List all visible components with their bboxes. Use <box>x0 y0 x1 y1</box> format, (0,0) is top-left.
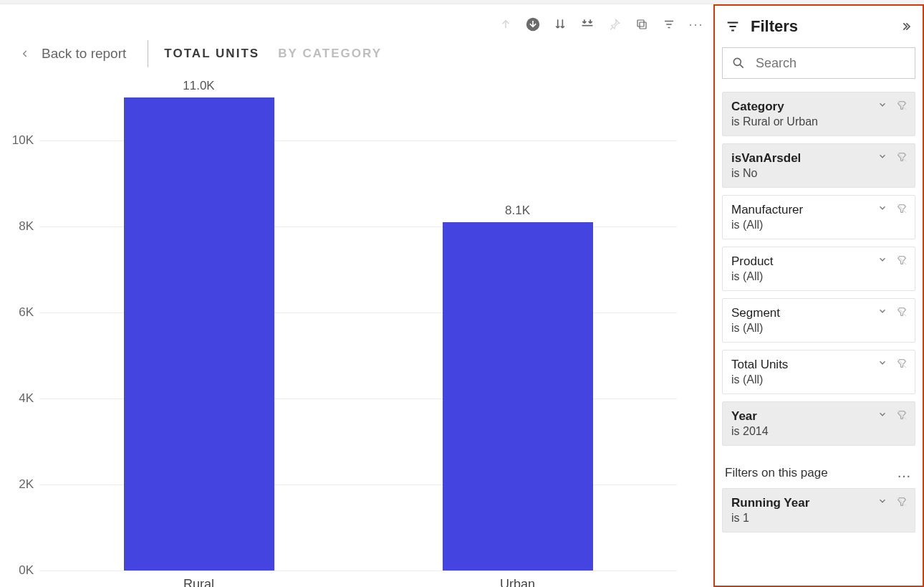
filter-card[interactable]: Categoryis Rural or Urban <box>722 92 915 136</box>
filter-card-subtitle: is (All) <box>731 270 906 283</box>
filters-page-section-label: Filters on this page <box>725 466 828 480</box>
filter-card[interactable]: Productis (All) <box>722 247 915 291</box>
svg-rect-2 <box>637 20 644 27</box>
chevron-down-icon[interactable] <box>877 151 887 163</box>
clear-filter-icon[interactable] <box>896 151 908 163</box>
filter-card[interactable]: Total Unitsis (All) <box>722 350 915 394</box>
clear-filter-icon[interactable] <box>896 496 908 507</box>
clear-filter-icon[interactable] <box>896 409 908 421</box>
filters-header-icon <box>725 19 742 34</box>
bar-value-label: 8.1K <box>358 204 677 218</box>
svg-point-3 <box>733 58 741 65</box>
x-axis-category-label: Rural <box>39 577 358 587</box>
filter-card[interactable]: Manufactureris (All) <box>722 195 915 239</box>
bar-value-label: 11.0K <box>39 79 358 93</box>
drill-tab[interactable]: TOTAL UNITS <box>164 47 259 60</box>
search-icon <box>731 56 746 70</box>
drill-bar: Back to report TOTAL UNITSBY CATEGORY <box>0 36 713 72</box>
page-filters-more-icon[interactable]: … <box>897 464 913 481</box>
drill-mode-icon[interactable] <box>526 17 540 32</box>
filter-card-subtitle: is 1 <box>731 512 906 525</box>
back-arrow-icon[interactable] <box>20 46 30 62</box>
filter-card-subtitle: is Rural or Urban <box>731 115 906 128</box>
clear-filter-icon[interactable] <box>896 306 908 318</box>
filter-card-subtitle: is (All) <box>731 322 906 335</box>
svg-rect-1 <box>640 22 646 29</box>
back-to-report-link[interactable]: Back to report <box>42 46 126 62</box>
y-axis-tick-label: 8K <box>19 219 39 234</box>
filter-card[interactable]: Yearis 2014 <box>722 401 915 446</box>
chevron-down-icon[interactable] <box>877 203 887 214</box>
next-level-icon[interactable] <box>553 17 567 32</box>
expand-level-icon[interactable] <box>580 17 595 32</box>
filter-card-subtitle: is No <box>731 167 906 180</box>
drill-separator <box>148 40 148 67</box>
x-axis-category-label: Urban <box>358 577 677 587</box>
filters-pane: Filters Categoryis Rural or UrbanisVanAr… <box>713 4 924 587</box>
collapse-pane-icon[interactable] <box>900 21 911 32</box>
drill-tab[interactable]: BY CATEGORY <box>278 47 382 60</box>
y-axis-tick-label: 0K <box>19 563 39 578</box>
drill-up-icon[interactable] <box>499 17 513 32</box>
filter-card[interactable]: isVanArsdelis No <box>722 143 915 188</box>
chevron-down-icon[interactable] <box>877 358 887 369</box>
chart-plot-area: 0K2K4K6K8K10K11.0KRural8.1KUrban <box>39 97 677 571</box>
filters-title: Filters <box>751 17 891 36</box>
filter-card-subtitle: is (All) <box>731 373 906 386</box>
filter-search-box[interactable] <box>722 47 915 79</box>
more-options-icon[interactable]: ··· <box>689 17 703 32</box>
y-axis-tick-label: 10K <box>12 133 39 148</box>
filter-card-subtitle: is 2014 <box>731 425 906 438</box>
visual-toolbar: ··· <box>499 17 703 32</box>
clear-filter-icon[interactable] <box>896 203 908 214</box>
copy-icon[interactable] <box>635 17 649 32</box>
chart-container: 0K2K4K6K8K10K11.0KRural8.1KUrban <box>0 83 713 587</box>
chart-bar[interactable] <box>124 97 274 571</box>
chevron-down-icon[interactable] <box>877 409 887 421</box>
pin-icon[interactable] <box>607 17 622 32</box>
clear-filter-icon[interactable] <box>896 358 908 369</box>
clear-filter-icon[interactable] <box>896 254 908 266</box>
filter-applied-icon[interactable] <box>662 17 676 32</box>
chevron-down-icon[interactable] <box>877 496 887 507</box>
y-axis-tick-label: 2K <box>19 477 39 492</box>
chevron-down-icon[interactable] <box>877 306 887 318</box>
clear-filter-icon[interactable] <box>896 100 908 111</box>
filter-card[interactable]: Running Yearis 1 <box>722 488 915 533</box>
report-area: ··· Back to report TOTAL UNITSBY CATEGOR… <box>0 4 713 587</box>
y-axis-tick-label: 6K <box>19 305 39 320</box>
chart-bar[interactable] <box>443 222 593 571</box>
chevron-down-icon[interactable] <box>877 100 887 111</box>
filter-card[interactable]: Segmentis (All) <box>722 298 915 343</box>
y-axis-tick-label: 4K <box>19 391 39 406</box>
filter-card-subtitle: is (All) <box>731 219 906 232</box>
filter-search-input[interactable] <box>756 56 922 71</box>
chevron-down-icon[interactable] <box>877 254 887 266</box>
chart-gridline <box>39 571 677 571</box>
